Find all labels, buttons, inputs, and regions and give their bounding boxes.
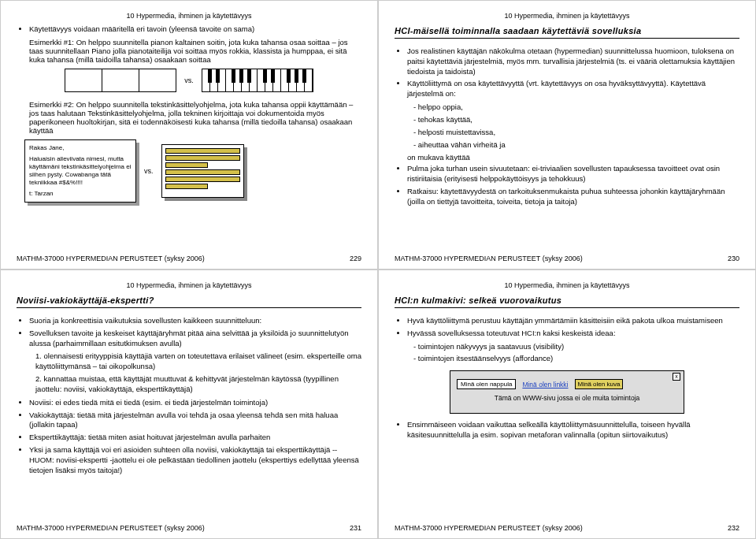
sub-bullet: helposti muistettavissa,: [413, 128, 739, 138]
slide-header: 10 Hypermedia, ihminen ja käytettävyys: [17, 12, 361, 20]
bullet: Jos realistinen käyttäjän näkökulma otet…: [407, 46, 739, 76]
bullet: Noviisi: ei edes tiedä mitä ei tiedä (es…: [29, 398, 361, 408]
footer-text: MATHM-37000 HYPERMEDIAN PERUSTEET (syksy…: [17, 524, 205, 532]
letter-line: Rakas Jane,: [29, 144, 132, 152]
close-icon[interactable]: x: [673, 373, 680, 381]
sub-bullet: aiheuttaa vähän virheitä ja: [413, 140, 739, 151]
bullet: Vakiokäyttäjä: tietää mitä järjestelmän …: [29, 411, 361, 431]
footer-text: MATHM-37000 HYPERMEDIAN PERUSTEET (syksy…: [395, 255, 583, 262]
editor-box: [161, 144, 244, 198]
slide-title: HCI-mäisellä toiminnalla saadaan käytett…: [395, 26, 739, 39]
footer-text: MATHM-37000 HYPERMEDIAN PERUSTEET (syksy…: [17, 255, 205, 262]
page-number: 231: [350, 524, 361, 532]
numbered-item: 1. olennaisesti erityyppisiä käyttäjiä v…: [35, 351, 361, 372]
bullet: Sovelluksen tavoite ja keskeiset käyttäj…: [29, 329, 361, 349]
letter-box: Rakas Jane, Haluaisin alleviivata nimesi…: [24, 139, 136, 203]
footer-text: MATHM-37000 HYPERMEDIAN PERUSTEET (syksy…: [395, 524, 583, 532]
bullet: Suoria ja konkreettisia vaikutuksia sove…: [29, 316, 361, 326]
bullet: Ensimmäiseen voidaan vaikuttaa selkeällä…: [407, 420, 739, 440]
slide-header: 10 Hypermedia, ihminen ja käytettävyys: [17, 281, 361, 289]
sub-bullet: toimintojen itsestäänselvyys (affordance…: [413, 354, 739, 364]
page-number: 230: [728, 255, 739, 262]
example-1: Esimerkki #1: On helppo suunnitella pian…: [29, 38, 361, 64]
bullet: Hyvä käyttöliittymä perustuu käyttäjän y…: [407, 316, 739, 326]
vs-label: vs.: [184, 76, 194, 84]
slide-230: 10 Hypermedia, ihminen ja käytettävyys H…: [378, 0, 756, 270]
numbered-item: 2. kannattaa muistaa, että käyttäjät muu…: [35, 374, 361, 395]
letter-line: Haluaisin alleviivata nimesi, mutta käyt…: [29, 155, 132, 187]
text: on mukava käyttää: [407, 153, 739, 162]
slide-title: Noviisi-vakiokäyttäjä-ekspertti?: [17, 296, 361, 308]
slide-title: HCI:n kulmakivi: selkeä vuorovaikutus: [395, 296, 739, 308]
affordance-demo: x Minä olen nappula Minä olen linkki Min…: [450, 370, 684, 414]
demo-button[interactable]: Minä olen nappula: [457, 379, 516, 389]
bullet: Käytettävyys voidaan määritellä eri tavo…: [29, 24, 361, 35]
sub-bullet: tehokas käyttää,: [413, 115, 739, 125]
sub-bullet: toimintojen näkyvyys ja saatavuus (visib…: [413, 342, 739, 352]
bullet: Hyvässä sovelluksessa toteutuvat HCI:n k…: [407, 329, 739, 339]
bullet: Käyttöliittymä on osa käytettävyyttä (vr…: [407, 79, 739, 99]
editor-illustration: Rakas Jane, Haluaisin alleviivata nimesi…: [24, 139, 361, 203]
demo-link[interactable]: Minä olen linkki: [522, 381, 568, 388]
page-number: 232: [728, 524, 739, 532]
slide-232: 10 Hypermedia, ihminen ja käytettävyys H…: [378, 270, 756, 539]
sub-bullet: helppo oppia,: [413, 102, 739, 113]
piano-illustration: vs.: [17, 69, 361, 92]
bullet: Eksperttikäyttäjä: tietää miten asiat ho…: [29, 433, 361, 443]
bullet: Ratkaisu: käytettävyydestä on tarkoituks…: [407, 187, 739, 207]
slide-header: 10 Hypermedia, ihminen ja käytettävyys: [395, 12, 739, 20]
demo-image: Minä olen kuva: [575, 379, 624, 389]
letter-line: t: Tarzan: [29, 190, 132, 198]
example-2: Esimerkki #2: On helppo suunnitella teks…: [29, 100, 361, 135]
slide-229: 10 Hypermedia, ihminen ja käytettävyys K…: [0, 0, 378, 270]
demo-caption: Tämä on WWW-sivu jossa ei ole muita toim…: [457, 394, 677, 402]
bullet: Pulma joka turhan usein sivuutetaan: ei-…: [407, 164, 739, 184]
slide-header: 10 Hypermedia, ihminen ja käytettävyys: [395, 281, 739, 289]
vs-label: vs.: [144, 167, 154, 175]
bullet: Yksi ja sama käyttäjä voi eri asioiden s…: [29, 445, 361, 475]
slide-231: 10 Hypermedia, ihminen ja käytettävyys N…: [0, 270, 378, 539]
page-number: 229: [350, 255, 361, 262]
